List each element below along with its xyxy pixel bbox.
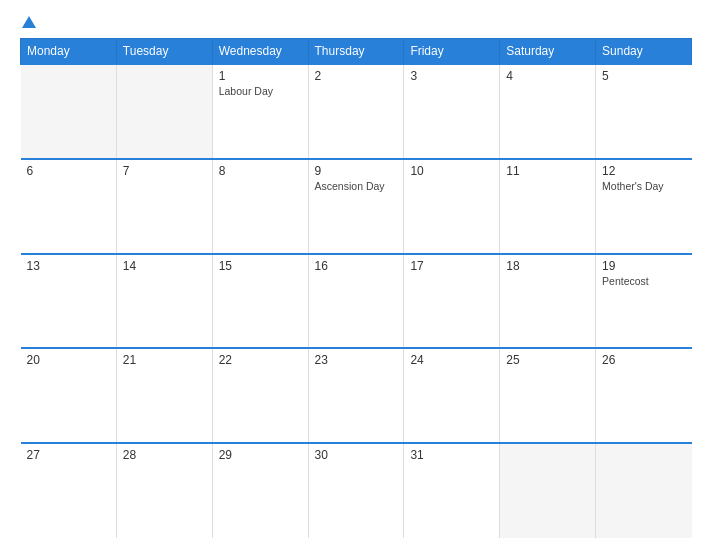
day-number: 2 [315,69,398,83]
day-cell: 2 [308,64,404,159]
day-cell: 6 [21,159,117,254]
day-number: 5 [602,69,685,83]
day-number: 4 [506,69,589,83]
day-number: 20 [27,353,110,367]
day-number: 26 [602,353,685,367]
col-header-thursday: Thursday [308,39,404,65]
day-cell: 19Pentecost [596,254,692,349]
col-header-tuesday: Tuesday [116,39,212,65]
day-cell [21,64,117,159]
day-number: 13 [27,259,110,273]
day-number: 14 [123,259,206,273]
day-number: 1 [219,69,302,83]
day-cell: 4 [500,64,596,159]
day-cell: 12Mother's Day [596,159,692,254]
day-number: 6 [27,164,110,178]
day-number: 8 [219,164,302,178]
day-number: 22 [219,353,302,367]
day-cell: 16 [308,254,404,349]
day-number: 24 [410,353,493,367]
day-number: 3 [410,69,493,83]
day-number: 10 [410,164,493,178]
top-bar [20,16,692,28]
day-cell: 28 [116,443,212,538]
day-cell: 31 [404,443,500,538]
col-header-wednesday: Wednesday [212,39,308,65]
week-row-5: 2728293031 [21,443,692,538]
day-number: 28 [123,448,206,462]
col-header-monday: Monday [21,39,117,65]
day-cell [116,64,212,159]
day-cell [596,443,692,538]
week-row-3: 13141516171819Pentecost [21,254,692,349]
day-cell: 23 [308,348,404,443]
day-cell: 30 [308,443,404,538]
day-number: 9 [315,164,398,178]
day-cell: 26 [596,348,692,443]
day-cell: 20 [21,348,117,443]
day-number: 23 [315,353,398,367]
week-row-1: 1Labour Day2345 [21,64,692,159]
day-cell: 27 [21,443,117,538]
day-cell: 25 [500,348,596,443]
day-cell: 10 [404,159,500,254]
logo [20,16,38,28]
day-number: 31 [410,448,493,462]
day-number: 17 [410,259,493,273]
col-header-sunday: Sunday [596,39,692,65]
day-cell: 15 [212,254,308,349]
day-cell: 22 [212,348,308,443]
day-number: 15 [219,259,302,273]
day-number: 16 [315,259,398,273]
week-row-4: 20212223242526 [21,348,692,443]
holiday-label: Mother's Day [602,180,685,194]
day-cell: 29 [212,443,308,538]
holiday-label: Pentecost [602,275,685,289]
day-number: 7 [123,164,206,178]
header-row: MondayTuesdayWednesdayThursdayFridaySatu… [21,39,692,65]
day-cell: 21 [116,348,212,443]
day-cell: 18 [500,254,596,349]
day-cell: 11 [500,159,596,254]
calendar-table: MondayTuesdayWednesdayThursdayFridaySatu… [20,38,692,538]
day-number: 21 [123,353,206,367]
day-number: 19 [602,259,685,273]
col-header-friday: Friday [404,39,500,65]
day-number: 29 [219,448,302,462]
day-cell: 3 [404,64,500,159]
day-cell: 7 [116,159,212,254]
day-number: 27 [27,448,110,462]
day-cell: 24 [404,348,500,443]
day-cell: 8 [212,159,308,254]
day-number: 11 [506,164,589,178]
day-cell: 17 [404,254,500,349]
day-cell: 13 [21,254,117,349]
day-cell: 14 [116,254,212,349]
day-number: 12 [602,164,685,178]
holiday-label: Labour Day [219,85,302,99]
holiday-label: Ascension Day [315,180,398,194]
day-number: 30 [315,448,398,462]
calendar-page: MondayTuesdayWednesdayThursdayFridaySatu… [0,0,712,550]
week-row-2: 6789Ascension Day101112Mother's Day [21,159,692,254]
day-cell: 5 [596,64,692,159]
day-number: 25 [506,353,589,367]
day-cell: 9Ascension Day [308,159,404,254]
col-header-saturday: Saturday [500,39,596,65]
day-cell: 1Labour Day [212,64,308,159]
logo-triangle-icon [22,16,36,28]
day-number: 18 [506,259,589,273]
day-cell [500,443,596,538]
